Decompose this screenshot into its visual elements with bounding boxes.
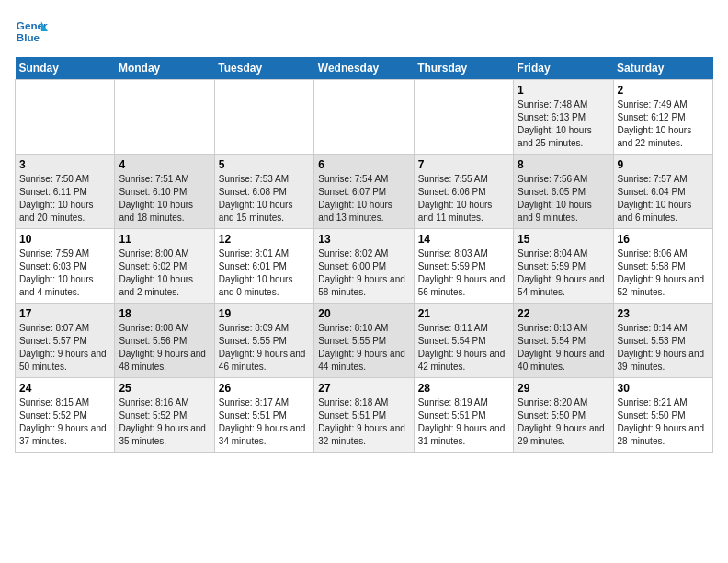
day-number: 7 [418,158,509,171]
day-number: 17 [19,307,110,320]
day-info: Sunrise: 7:57 AM Sunset: 6:04 PM Dayligh… [618,173,709,224]
day-info: Sunrise: 8:17 AM Sunset: 5:51 PM Dayligh… [219,396,310,448]
day-number: 12 [219,233,310,246]
day-number: 4 [119,158,210,171]
calendar-cell: 2Sunrise: 7:49 AM Sunset: 6:12 PM Daylig… [613,80,712,155]
calendar-cell: 6Sunrise: 7:54 AM Sunset: 6:07 PM Daylig… [314,155,414,229]
day-info: Sunrise: 8:19 AM Sunset: 5:51 PM Dayligh… [418,396,509,448]
day-info: Sunrise: 8:04 AM Sunset: 5:59 PM Dayligh… [518,247,609,299]
day-info: Sunrise: 7:48 AM Sunset: 6:13 PM Dayligh… [518,98,609,150]
day-info: Sunrise: 8:01 AM Sunset: 6:01 PM Dayligh… [219,247,310,299]
day-info: Sunrise: 7:51 AM Sunset: 6:10 PM Dayligh… [119,173,210,224]
day-info: Sunrise: 8:07 AM Sunset: 5:57 PM Dayligh… [19,322,110,373]
day-info: Sunrise: 7:49 AM Sunset: 6:12 PM Dayligh… [618,98,709,150]
calendar-cell: 26Sunrise: 8:17 AM Sunset: 5:51 PM Dayli… [214,378,313,453]
logo: General Blue [15,15,48,48]
day-number: 6 [318,158,409,171]
calendar-cell: 8Sunrise: 7:56 AM Sunset: 6:05 PM Daylig… [514,155,613,229]
calendar-cell: 28Sunrise: 8:19 AM Sunset: 5:51 PM Dayli… [414,378,513,453]
calendar-cell: 20Sunrise: 8:10 AM Sunset: 5:55 PM Dayli… [314,304,414,378]
day-number: 22 [518,307,609,320]
calendar-week-3: 10Sunrise: 7:59 AM Sunset: 6:03 PM Dayli… [16,229,713,304]
calendar-week-1: 1Sunrise: 7:48 AM Sunset: 6:13 PM Daylig… [16,80,713,155]
day-number: 1 [518,84,609,97]
calendar-header-row: SundayMondayTuesdayWednesdayThursdayFrid… [16,57,713,80]
calendar-cell: 13Sunrise: 8:02 AM Sunset: 6:00 PM Dayli… [314,229,414,304]
day-number: 24 [19,382,110,395]
day-number: 19 [219,307,310,320]
day-info: Sunrise: 7:55 AM Sunset: 6:06 PM Dayligh… [418,173,509,224]
day-info: Sunrise: 8:16 AM Sunset: 5:52 PM Dayligh… [119,396,210,448]
calendar-cell: 17Sunrise: 8:07 AM Sunset: 5:57 PM Dayli… [16,304,115,378]
day-number: 30 [618,382,709,395]
calendar-cell [16,80,115,155]
day-number: 8 [518,158,609,171]
day-info: Sunrise: 8:09 AM Sunset: 5:55 PM Dayligh… [219,322,310,373]
day-info: Sunrise: 8:11 AM Sunset: 5:54 PM Dayligh… [418,322,509,373]
day-number: 20 [318,307,409,320]
calendar-cell: 7Sunrise: 7:55 AM Sunset: 6:06 PM Daylig… [414,155,513,229]
calendar-cell: 29Sunrise: 8:20 AM Sunset: 5:50 PM Dayli… [514,378,613,453]
day-number: 25 [119,382,210,395]
calendar-cell: 19Sunrise: 8:09 AM Sunset: 5:55 PM Dayli… [214,304,313,378]
day-number: 5 [219,158,310,171]
day-number: 2 [618,84,709,97]
calendar-cell: 16Sunrise: 8:06 AM Sunset: 5:58 PM Dayli… [613,229,712,304]
calendar-cell: 1Sunrise: 7:48 AM Sunset: 6:13 PM Daylig… [514,80,613,155]
calendar-cell: 4Sunrise: 7:51 AM Sunset: 6:10 PM Daylig… [115,155,214,229]
header-friday: Friday [514,57,613,80]
day-number: 29 [518,382,609,395]
calendar-cell: 22Sunrise: 8:13 AM Sunset: 5:54 PM Dayli… [514,304,613,378]
calendar-cell: 24Sunrise: 8:15 AM Sunset: 5:52 PM Dayli… [16,378,115,453]
day-info: Sunrise: 8:14 AM Sunset: 5:53 PM Dayligh… [618,322,709,373]
header-monday: Monday [115,57,214,80]
day-info: Sunrise: 8:20 AM Sunset: 5:50 PM Dayligh… [518,396,609,448]
header-thursday: Thursday [414,57,513,80]
day-info: Sunrise: 8:13 AM Sunset: 5:54 PM Dayligh… [518,322,609,373]
day-number: 16 [618,233,709,246]
day-info: Sunrise: 8:21 AM Sunset: 5:50 PM Dayligh… [618,396,709,448]
day-info: Sunrise: 8:10 AM Sunset: 5:55 PM Dayligh… [318,322,409,373]
logo-icon: General Blue [15,15,48,48]
calendar-table: SundayMondayTuesdayWednesdayThursdayFrid… [15,57,713,453]
calendar-cell: 27Sunrise: 8:18 AM Sunset: 5:51 PM Dayli… [314,378,414,453]
day-number: 15 [518,233,609,246]
header-tuesday: Tuesday [214,57,313,80]
day-info: Sunrise: 7:54 AM Sunset: 6:07 PM Dayligh… [318,173,409,224]
page-header: General Blue [15,15,713,48]
day-info: Sunrise: 8:08 AM Sunset: 5:56 PM Dayligh… [119,322,210,373]
calendar-cell: 23Sunrise: 8:14 AM Sunset: 5:53 PM Dayli… [613,304,712,378]
day-info: Sunrise: 8:06 AM Sunset: 5:58 PM Dayligh… [618,247,709,299]
calendar-cell: 25Sunrise: 8:16 AM Sunset: 5:52 PM Dayli… [115,378,214,453]
day-info: Sunrise: 8:03 AM Sunset: 5:59 PM Dayligh… [418,247,509,299]
day-info: Sunrise: 8:18 AM Sunset: 5:51 PM Dayligh… [318,396,409,448]
day-info: Sunrise: 8:02 AM Sunset: 6:00 PM Dayligh… [318,247,409,299]
day-number: 10 [19,233,110,246]
calendar-week-2: 3Sunrise: 7:50 AM Sunset: 6:11 PM Daylig… [16,155,713,229]
calendar-cell: 5Sunrise: 7:53 AM Sunset: 6:08 PM Daylig… [214,155,313,229]
day-number: 13 [318,233,409,246]
day-info: Sunrise: 8:00 AM Sunset: 6:02 PM Dayligh… [119,247,210,299]
day-info: Sunrise: 7:59 AM Sunset: 6:03 PM Dayligh… [19,247,110,299]
header-sunday: Sunday [16,57,115,80]
day-info: Sunrise: 7:53 AM Sunset: 6:08 PM Dayligh… [219,173,310,224]
day-number: 9 [618,158,709,171]
calendar-cell: 15Sunrise: 8:04 AM Sunset: 5:59 PM Dayli… [514,229,613,304]
day-number: 23 [618,307,709,320]
calendar-cell: 14Sunrise: 8:03 AM Sunset: 5:59 PM Dayli… [414,229,513,304]
day-info: Sunrise: 8:15 AM Sunset: 5:52 PM Dayligh… [19,396,110,448]
calendar-week-4: 17Sunrise: 8:07 AM Sunset: 5:57 PM Dayli… [16,304,713,378]
header-saturday: Saturday [613,57,712,80]
calendar-week-5: 24Sunrise: 8:15 AM Sunset: 5:52 PM Dayli… [16,378,713,453]
calendar-cell: 3Sunrise: 7:50 AM Sunset: 6:11 PM Daylig… [16,155,115,229]
calendar-cell: 10Sunrise: 7:59 AM Sunset: 6:03 PM Dayli… [16,229,115,304]
day-number: 14 [418,233,509,246]
svg-text:Blue: Blue [17,31,40,43]
calendar-cell [214,80,313,155]
day-number: 18 [119,307,210,320]
calendar-cell [414,80,513,155]
day-number: 3 [19,158,110,171]
day-number: 26 [219,382,310,395]
calendar-cell: 21Sunrise: 8:11 AM Sunset: 5:54 PM Dayli… [414,304,513,378]
day-number: 11 [119,233,210,246]
